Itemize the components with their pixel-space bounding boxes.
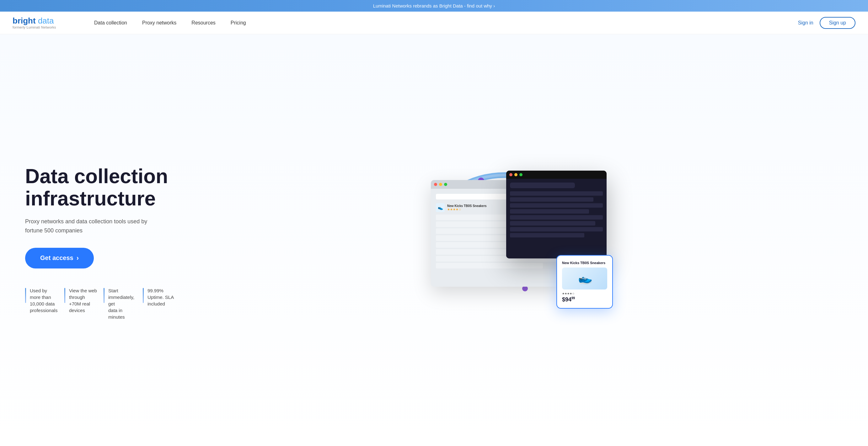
stat-text-3: Start immediately, get data in minutes [108,287,136,320]
get-access-label: Get access [40,254,73,262]
dot-yellow-front [514,173,518,176]
main-navbar: bright data formerly Luminati Networks D… [0,11,868,34]
product-card-image: 👟 [562,267,607,289]
hero-title-line1: Data collection [25,165,168,188]
stat-text-1: Used by more than 10,000 data profession… [30,287,58,314]
dot-red-front [509,173,513,176]
stat-divider-3 [103,288,104,303]
hero-illustration: 👟 New Kicks TB0S Sneakers ★★★★☆ $9499 X [182,161,856,324]
illustration-wrapper: 👟 New Kicks TB0S Sneakers ★★★★☆ $9499 X [431,171,607,315]
product-card-price: $9499 [562,296,607,303]
product-card-stars: ★★★★☆ [562,292,607,295]
nav-pricing[interactable]: Pricing [231,20,246,26]
logo-bright: bright [12,16,36,25]
product-card-overlay: New Kicks TB0S Sneakers 👟 ★★★★☆ $9499 [556,255,613,309]
hero-subtitle: Proxy networks and data collection tools… [25,217,157,235]
stat-divider-1 [25,288,26,303]
logo[interactable]: bright data formerly Luminati Networks [12,16,75,29]
hero-title-line2: infrastructure [25,187,156,210]
nav-resources[interactable]: Resources [191,20,215,26]
hero-title: Data collection infrastructure [25,165,182,210]
stat-2: View the web through +70M real devices [64,287,103,320]
dot-yellow [439,183,442,186]
signin-button[interactable]: Sign in [798,20,813,26]
shoe-icon: 👟 [576,270,593,287]
product-card-title: New Kicks TB0S Sneakers [562,261,607,265]
nav-data-collection[interactable]: Data collection [94,20,127,26]
stat-3: Start immediately, get data in minutes [103,287,143,320]
hero-section: Data collection infrastructure Proxy net… [0,34,868,445]
browser-front-titlebar [506,171,607,179]
get-access-button[interactable]: Get access › [25,248,94,268]
stat-text-4: 99.99% Uptime. SLA included [148,287,176,307]
nav-links: Data collection Proxy networks Resources… [94,20,798,26]
signup-button[interactable]: Sign up [820,17,856,29]
stats-bar: Used by more than 10,000 data profession… [25,287,182,320]
dot-green-front [519,173,523,176]
logo-data: data [38,16,54,25]
dot-green [444,183,447,186]
stat-1: Used by more than 10,000 data profession… [25,287,64,320]
dot-red [434,183,437,186]
get-access-arrow: › [76,254,79,262]
table-row-8 [436,263,543,268]
stat-divider-2 [64,288,65,303]
nav-actions: Sign in Sign up [798,17,856,29]
stat-text-2: View the web through +70M real devices [69,287,97,314]
hero-content: Data collection infrastructure Proxy net… [25,165,182,320]
announcement-banner[interactable]: Luminati Networks rebrands as Bright Dat… [0,0,868,11]
banner-arrow: › [493,3,495,8]
stat-divider-4 [143,288,144,303]
browser-front [506,171,607,258]
banner-text: Luminati Networks rebrands as Bright Dat… [373,3,492,8]
stat-4: 99.99% Uptime. SLA included [143,287,182,320]
logo-subtitle: formerly Luminati Networks [12,25,75,29]
nav-proxy-networks[interactable]: Proxy networks [142,20,176,26]
